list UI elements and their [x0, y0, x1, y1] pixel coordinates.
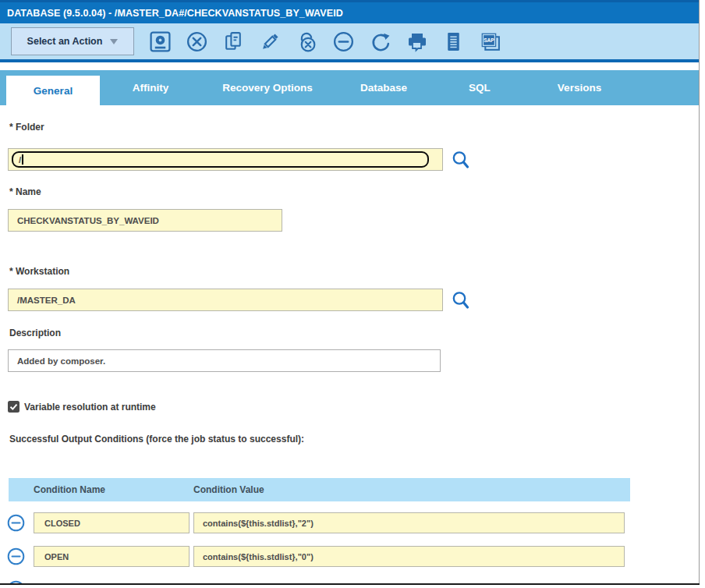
redo-icon [369, 30, 391, 53]
name-value: CHECKVANSTATUS_BY_WAVEID [17, 216, 159, 225]
sap-button[interactable]: SAP [478, 28, 502, 55]
condition-row-2: OPEN contains(${this.stdlist},"0") [7, 546, 625, 567]
tab-affinity-label: Affinity [133, 82, 169, 94]
minus-circle-icon [7, 547, 25, 565]
tab-versions[interactable]: Versions [526, 70, 633, 105]
remove-condition-1-button[interactable] [7, 514, 25, 532]
toolbar-icons: SAP [148, 28, 502, 55]
check-icon [9, 402, 18, 411]
tab-sql[interactable]: SQL [434, 70, 526, 105]
folder-value: / [19, 155, 21, 165]
folder-search-icon[interactable] [451, 150, 471, 171]
select-action-label: Select an Action [27, 36, 103, 47]
copy-icon [222, 30, 245, 53]
tab-database[interactable]: Database [334, 70, 434, 105]
document-icon [442, 30, 465, 53]
name-label: * Name [9, 186, 41, 197]
condition-value-header: Condition Value [193, 484, 264, 495]
remove-button[interactable] [331, 28, 356, 55]
condition-value-input[interactable]: contains(${this.stdlist},"2") [193, 512, 625, 533]
minus-circle-icon [7, 514, 25, 532]
workstation-value: /MASTER_DA [17, 296, 76, 305]
workstation-search-icon[interactable] [451, 290, 471, 311]
workstation-input[interactable]: /MASTER_DA [8, 289, 443, 311]
window-bottom-margin [0, 585, 705, 588]
condition-row-1: CLOSED contains(${this.stdlist},"2") [7, 512, 625, 533]
condition-name-value: OPEN [44, 552, 69, 561]
cancel-icon [186, 30, 208, 53]
window-title: DATABASE (9.5.0.04) - /MASTER_DA#/CHECKV… [7, 8, 343, 19]
chevron-down-icon [110, 39, 118, 44]
unlock-button[interactable] [295, 28, 319, 55]
condition-name-input[interactable]: CLOSED [34, 512, 190, 533]
condition-name-input[interactable]: OPEN [34, 546, 190, 567]
toolbar-gap [0, 62, 699, 70]
cancel-button[interactable] [185, 28, 209, 55]
condition-value-value: contains(${this.stdlist},"2") [203, 519, 314, 528]
tab-database-label: Database [360, 82, 407, 94]
variable-resolution-row: Variable resolution at runtime [8, 401, 156, 413]
remove-condition-2-button[interactable] [7, 547, 25, 565]
tab-versions-label: Versions [558, 82, 601, 94]
toolbar: Select an Action [0, 23, 699, 59]
name-input[interactable]: CHECKVANSTATUS_BY_WAVEID [8, 209, 282, 232]
print-icon [406, 30, 429, 53]
copy-button[interactable] [221, 28, 246, 55]
tab-recovery-options-label: Recovery Options [222, 82, 313, 94]
edit-button[interactable] [258, 28, 282, 55]
tab-general[interactable]: General [6, 76, 100, 105]
window-right-border [699, 0, 700, 585]
output-conditions-caption: Successful Output Conditions (force the … [9, 434, 304, 445]
print-button[interactable] [405, 28, 429, 55]
title-bar: DATABASE (9.5.0.04) - /MASTER_DA#/CHECKV… [0, 0, 699, 23]
text-cursor [22, 154, 23, 165]
folder-focus-ring: / [12, 151, 429, 168]
variable-resolution-checkbox[interactable] [8, 401, 19, 413]
folder-label: * Folder [9, 122, 44, 133]
remove-icon [332, 30, 355, 53]
save-icon [149, 30, 172, 53]
tab-affinity[interactable]: Affinity [100, 70, 201, 105]
description-value: Added by composer. [17, 356, 105, 366]
folder-input[interactable]: / [8, 148, 443, 171]
tab-recovery-options[interactable]: Recovery Options [201, 70, 334, 105]
redo-button[interactable] [368, 28, 392, 55]
workstation-label: * Workstation [9, 266, 69, 277]
document-button[interactable] [441, 28, 466, 55]
unlock-icon [296, 30, 318, 53]
description-label: Description [9, 328, 61, 338]
condition-value-value: contains(${this.stdlist},"0") [203, 552, 314, 561]
condition-value-input[interactable]: contains(${this.stdlist},"0") [193, 546, 625, 567]
select-action-dropdown[interactable]: Select an Action [11, 27, 134, 55]
sap-icon: SAP [478, 30, 502, 53]
general-form: * Folder / * Name CHECKVANSTATUS_BY_WAVE… [0, 105, 705, 588]
edit-icon [259, 30, 282, 53]
tab-general-label: General [34, 85, 73, 97]
save-button[interactable] [148, 28, 172, 55]
description-input[interactable]: Added by composer. [8, 349, 441, 372]
job-definition-window: DATABASE (9.5.0.04) - /MASTER_DA#/CHECKV… [0, 0, 705, 588]
condition-name-header: Condition Name [34, 484, 105, 495]
conditions-table-header: Condition Name Condition Value [9, 478, 630, 501]
condition-name-value: CLOSED [44, 519, 80, 528]
sap-icon-label: SAP [484, 37, 494, 43]
variable-resolution-label: Variable resolution at runtime [24, 402, 156, 413]
tab-bar: General Affinity Recovery Options Databa… [0, 70, 699, 105]
tab-sql-label: SQL [469, 82, 491, 94]
